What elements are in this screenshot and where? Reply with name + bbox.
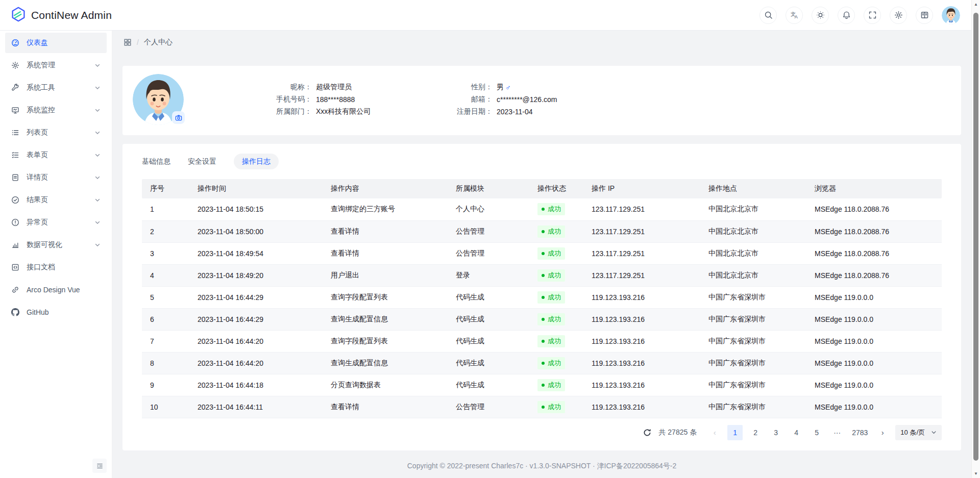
status-dot-icon [542,274,545,277]
table-cell: 中国广东省深圳市 [700,396,806,418]
sidebar-item-data-visualization[interactable]: 数据可视化 [5,235,107,255]
page-ellipsis[interactable]: ··· [829,425,845,440]
theme-button[interactable] [812,7,829,24]
table-row[interactable]: 102023-11-04 16:44:11查看详情公告管理成功119.123.1… [142,396,942,418]
table-cell: 查看详情 [323,220,448,242]
table-row[interactable]: 92023-11-04 16:44:18分页查询数据表代码生成成功119.123… [142,374,942,396]
sidebar-collapse-button[interactable] [92,459,107,473]
table-cell: 2 [142,220,189,242]
user-avatar-button[interactable] [942,6,960,24]
sidebar-item-dashboard[interactable]: 仪表盘 [5,33,107,53]
table-cell: 1 [142,198,189,220]
table-cell: 123.117.129.251 [583,264,700,286]
status-badge: 成功 [537,379,565,391]
fullscreen-button[interactable] [864,7,881,24]
sidebar-item-github[interactable]: GitHub [5,302,107,322]
status-cell: 成功 [529,198,583,220]
table-cell: 查询字段配置列表 [323,330,448,352]
table-cell: 中国北京北京市 [700,264,806,286]
notifications-button[interactable] [838,7,855,24]
male-icon: ♂ [505,83,511,91]
sidebar-item-result-pages[interactable]: 结果页 [5,190,107,210]
profile-avatar[interactable] [133,74,184,125]
tab-basic-info[interactable]: 基础信息 [142,154,170,169]
page-button-4[interactable]: 4 [789,425,804,440]
chevron-down-icon [931,430,937,435]
table-row[interactable]: 52023-11-04 16:44:29查询字段配置列表代码生成成功119.12… [142,286,942,308]
tab-security-settings[interactable]: 安全设置 [188,154,216,169]
sidebar-item-form-pages[interactable]: 表单页 [5,145,107,165]
dashboard-icon [11,39,19,47]
camera-icon[interactable] [172,111,185,124]
refresh-icon[interactable] [643,429,651,437]
sidebar-item-list-pages[interactable]: 列表页 [5,122,107,143]
status-cell: 成功 [529,264,583,286]
chevron-down-icon [94,85,101,91]
table-cell: 个人中心 [448,198,529,220]
settings-button[interactable] [890,7,907,24]
table-cell: 查看详情 [323,396,448,418]
app-window: ContiNew Admin 文A 仪表盘系统管理系统工具 [0,0,971,478]
sidebar-item-system-management[interactable]: 系统管理 [5,55,107,76]
table-row[interactable]: 32023-11-04 18:49:54查看详情公告管理成功123.117.12… [142,242,942,264]
field-label: 手机号码： [225,95,312,104]
status-cell: 成功 [529,352,583,374]
sidebar-item-system-monitor[interactable]: 系统监控 [5,100,107,120]
field-value: 2023-11-04 [497,108,533,116]
page-size-select[interactable]: 10 条/页 [895,425,942,440]
table-cell: MSEdge 119.0.0.0 [806,308,942,330]
table-cell: 5 [142,286,189,308]
sidebar-item-label: 列表页 [27,128,94,137]
scroll-up-arrow-icon[interactable]: ▲ [972,0,980,9]
table-row[interactable]: 62023-11-04 16:44:29查询生成配置信息代码生成成功119.12… [142,308,942,330]
status-cell: 成功 [529,374,583,396]
sidebar-item-detail-pages[interactable]: 详情页 [5,167,107,188]
language-button[interactable]: 文A [786,7,803,24]
page-button-1[interactable]: 1 [727,425,743,440]
github-icon [11,308,19,316]
column-header: 序号 [142,179,189,198]
table-cell: MSEdge 119.0.0.0 [806,374,942,396]
table-cell: 分页查询数据表 [323,374,448,396]
docs-button[interactable] [916,7,933,24]
app-logo[interactable]: ContiNew Admin [10,6,112,24]
sidebar-item-label: 详情页 [27,173,94,182]
table-cell: 中国广东省深圳市 [700,286,806,308]
table-row[interactable]: 42023-11-04 18:49:20用户退出登录成功123.117.129.… [142,264,942,286]
sidebar-item-arco-design-vue[interactable]: Arco Design Vue [5,280,107,300]
table-cell: 2023-11-04 16:44:18 [189,374,323,396]
table-cell: 中国广东省深圳市 [700,330,806,352]
scrollbar-thumb[interactable] [973,13,978,461]
prev-page-button[interactable]: ‹ [707,425,722,440]
status-dot-icon [542,406,545,409]
column-header: 操作内容 [323,179,448,198]
page-button-5[interactable]: 5 [809,425,824,440]
wrench-icon [11,84,19,92]
table-cell: 119.123.193.216 [583,374,700,396]
sidebar-item-label: 异常页 [27,218,94,227]
table-row[interactable]: 22023-11-04 18:50:00查看详情公告管理成功123.117.12… [142,220,942,242]
detail-icon [11,173,19,182]
apps-grid-icon[interactable] [124,38,132,46]
page-button-2783[interactable]: 2783 [850,425,870,440]
sidebar-item-system-tools[interactable]: 系统工具 [5,78,107,98]
table-row[interactable]: 12023-11-04 18:50:15查询绑定的三方账号个人中心成功123.1… [142,198,942,220]
page-button-3[interactable]: 3 [768,425,783,440]
table-cell: 123.117.129.251 [583,220,700,242]
table-cell: 123.117.129.251 [583,242,700,264]
table-cell: 119.123.193.216 [583,330,700,352]
search-button[interactable] [760,7,777,24]
scroll-down-arrow-icon[interactable]: ▼ [972,469,980,478]
sidebar-item-api-docs[interactable]: 接口文档 [5,257,107,278]
sidebar-item-exception-pages[interactable]: 异常页 [5,212,107,233]
status-cell: 成功 [529,396,583,418]
breadcrumb: / 个人中心 [122,31,961,54]
tab-operation-log[interactable]: 操作日志 [234,154,279,169]
table-row[interactable]: 72023-11-04 16:44:20查询字段配置列表代码生成成功119.12… [142,330,942,352]
bell-icon [842,11,851,19]
page-button-2[interactable]: 2 [748,425,763,440]
chevron-down-icon [94,174,101,181]
table-row[interactable]: 82023-11-04 16:44:20查询生成配置信息代码生成成功119.12… [142,352,942,374]
next-page-button[interactable]: › [875,425,890,440]
table-cell: 2023-11-04 18:50:15 [189,198,323,220]
